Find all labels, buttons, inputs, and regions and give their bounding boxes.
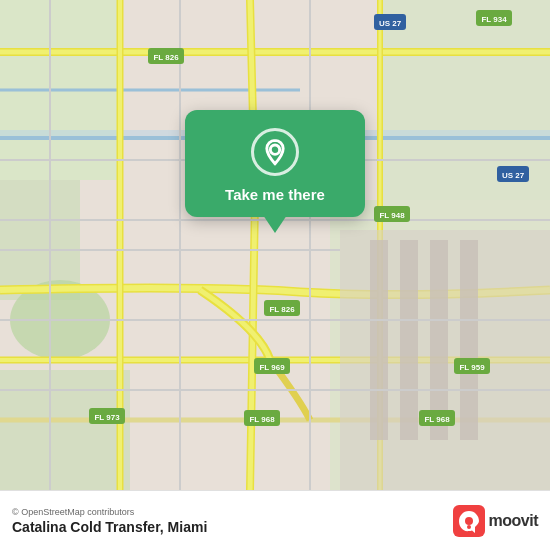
- moovit-brand-text: moovit: [489, 512, 538, 530]
- svg-rect-3: [0, 370, 130, 490]
- svg-text:FL 826: FL 826: [269, 305, 295, 314]
- location-name: Catalina Cold Transfer, Miami: [12, 519, 207, 535]
- moovit-icon: [453, 505, 485, 537]
- location-pin-icon: [261, 138, 289, 166]
- svg-text:FL 948: FL 948: [379, 211, 405, 220]
- svg-rect-11: [370, 240, 388, 440]
- bottom-left-info: © OpenStreetMap contributors Catalina Co…: [12, 507, 207, 535]
- attribution-text: © OpenStreetMap contributors: [12, 507, 207, 517]
- svg-point-47: [465, 517, 473, 525]
- svg-text:US 27: US 27: [502, 171, 525, 180]
- location-popup[interactable]: Take me there: [185, 110, 365, 217]
- map-background: FL 826 US 27 FL 934 US 27 FL 948 FL 826 …: [0, 0, 550, 490]
- svg-rect-14: [460, 240, 478, 440]
- take-me-there-button[interactable]: Take me there: [225, 186, 325, 203]
- svg-text:FL 959: FL 959: [459, 363, 485, 372]
- svg-text:FL 973: FL 973: [94, 413, 120, 422]
- moovit-logo[interactable]: moovit: [453, 505, 538, 537]
- svg-text:US 27: US 27: [379, 19, 402, 28]
- bottom-bar: © OpenStreetMap contributors Catalina Co…: [0, 490, 550, 550]
- svg-text:FL 969: FL 969: [259, 363, 285, 372]
- svg-rect-12: [400, 240, 418, 440]
- svg-text:FL 826: FL 826: [153, 53, 179, 62]
- svg-point-48: [467, 525, 471, 529]
- map-container: FL 826 US 27 FL 934 US 27 FL 948 FL 826 …: [0, 0, 550, 490]
- location-icon-circle: [251, 128, 299, 176]
- svg-text:FL 968: FL 968: [424, 415, 450, 424]
- svg-text:FL 934: FL 934: [481, 15, 507, 24]
- svg-text:FL 968: FL 968: [249, 415, 275, 424]
- svg-point-45: [270, 145, 279, 154]
